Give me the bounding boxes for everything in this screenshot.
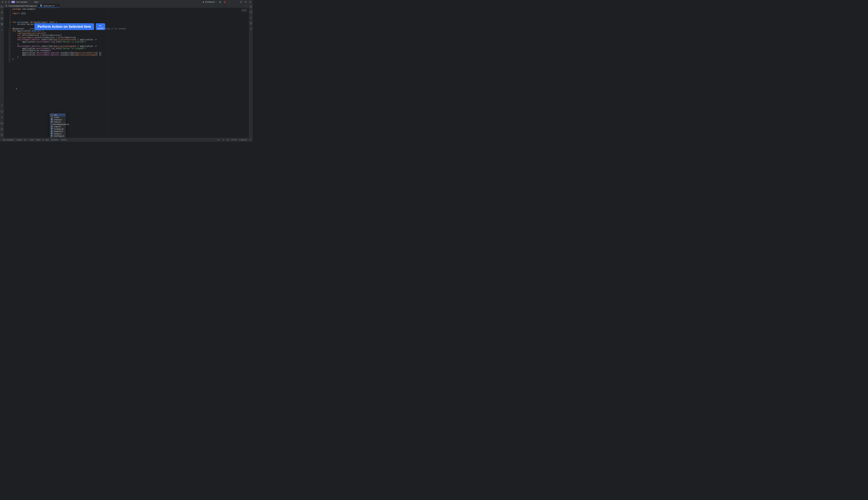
problems-tool-icon[interactable] bbox=[1, 128, 3, 130]
line-gutter: 1234567891011121314151617181920212223242… bbox=[4, 8, 12, 138]
code-line[interactable]: application.environment.monitor.unsubscr… bbox=[12, 54, 249, 56]
folder-icon: ▫ bbox=[28, 139, 29, 141]
text-tool-icon[interactable]: T bbox=[1, 104, 3, 107]
commit-tool-icon[interactable] bbox=[1, 11, 3, 14]
popup-item[interactable]: Index.kt bbox=[50, 121, 66, 123]
svg-point-19 bbox=[1, 134, 2, 135]
folder-icon: ▫ bbox=[1, 139, 2, 141]
settings-icon[interactable] bbox=[249, 1, 251, 3]
popup-item[interactable]: UserPage.kt bbox=[50, 135, 66, 137]
line-separator[interactable]: LF bbox=[227, 139, 229, 141]
svg-rect-4 bbox=[1, 6, 3, 8]
popup-item-label: Delete.kt bbox=[54, 118, 61, 121]
breadcrumb-item[interactable]: main bbox=[30, 139, 34, 141]
left-tool-strip-bottom: T bbox=[0, 104, 4, 138]
code-line[interactable] bbox=[12, 10, 249, 12]
project-badge: KS bbox=[11, 1, 15, 3]
code-line[interactable] bbox=[12, 60, 249, 63]
popup-item[interactable]: Register.kt bbox=[50, 130, 66, 133]
breadcrumb-item[interactable]: kweet bbox=[17, 139, 22, 141]
close-window[interactable] bbox=[1, 1, 3, 3]
more-tool-icon[interactable]: ⋯ bbox=[1, 29, 3, 32]
maximize-window[interactable] bbox=[8, 1, 10, 3]
pull-requests-icon[interactable] bbox=[1, 17, 3, 20]
database-tool-icon[interactable] bbox=[250, 22, 252, 25]
popup-item[interactable]: PostNew.kt bbox=[50, 128, 66, 130]
terminal-tool-icon[interactable] bbox=[1, 122, 3, 125]
minimize-window[interactable] bbox=[5, 1, 7, 3]
breadcrumb-separator-icon: › bbox=[27, 139, 28, 141]
shortcut-platform: macOS bbox=[98, 27, 103, 29]
popup-item[interactable]: KweetApplication.kt bbox=[50, 123, 66, 126]
ai-assistant-icon[interactable] bbox=[250, 11, 252, 13]
popup-item[interactable]: Styles.kt bbox=[50, 133, 66, 135]
structure-tool-icon[interactable] bbox=[1, 23, 3, 26]
line-number: 8 bbox=[4, 23, 11, 25]
chevron-down-icon: ⌄ bbox=[216, 1, 217, 3]
code-line[interactable]: } bbox=[12, 56, 249, 58]
action-banner: Perform Action on Selected Item ↵ macOS bbox=[34, 23, 105, 30]
editor-tab[interactable]: ◉ YoukubeApplicationTestLegacy.kt bbox=[4, 4, 38, 8]
debug-icon[interactable]: 🐞 bbox=[224, 1, 226, 3]
breadcrumb-item[interactable]: kweet bbox=[61, 139, 67, 141]
run-marker-icon[interactable]: ▶ bbox=[9, 21, 10, 23]
svg-rect-13 bbox=[2, 25, 2, 25]
code-line[interactable] bbox=[12, 14, 249, 17]
code-line[interactable]: val articleService = ArticleService() bbox=[12, 34, 249, 36]
project-tool-icon[interactable] bbox=[1, 5, 3, 8]
tabs-more-icon[interactable]: ⋮ bbox=[245, 4, 248, 7]
code-line[interactable]: package com.example bbox=[12, 8, 249, 10]
breadcrumb-item[interactable]: io bbox=[42, 139, 44, 141]
folder-icon bbox=[51, 114, 53, 116]
breadcrumb-item[interactable]: samples bbox=[51, 139, 58, 141]
editor-tab-active[interactable]: Application.kt × bbox=[38, 4, 59, 8]
gradle-tool-icon[interactable] bbox=[250, 16, 252, 19]
file-popup[interactable]: daomodelDelete.ktIndex.ktKweetApplicatio… bbox=[50, 113, 66, 140]
breadcrumb-item[interactable]: ktor bbox=[46, 139, 49, 141]
breadcrumb-item[interactable]: ktor-samples bbox=[3, 139, 13, 141]
code-line[interactable]: } bbox=[12, 58, 249, 60]
readonly-icon[interactable] bbox=[222, 138, 224, 141]
close-tab-icon[interactable]: × bbox=[56, 4, 58, 7]
svg-point-23 bbox=[250, 22, 252, 23]
code-line[interactable]: application.environment.log.info("Server… bbox=[12, 41, 249, 43]
cursor-position[interactable]: 1:1 bbox=[217, 139, 220, 141]
vcs-branch[interactable]: main ⌄ bbox=[33, 1, 41, 3]
popup-item[interactable]: model bbox=[50, 116, 66, 118]
popup-item[interactable]: Login.kt bbox=[50, 126, 66, 128]
user-icon[interactable] bbox=[240, 1, 242, 3]
code-line[interactable]: fun Application.module() { bbox=[12, 30, 249, 32]
encoding[interactable]: UTF-8 bbox=[231, 139, 237, 141]
popup-item[interactable]: Delete.kt bbox=[50, 118, 66, 121]
code-line[interactable]: import ... bbox=[12, 12, 249, 14]
breadcrumb-separator-icon: › bbox=[41, 139, 42, 141]
breadcrumb-item[interactable]: kotlin bbox=[36, 139, 41, 141]
action-banner-text: Perform Action on Selected Item bbox=[37, 25, 91, 29]
line-number: 3 bbox=[4, 12, 11, 14]
run-config-selector[interactable]: ◆ ToolsApp.kt ⌄ bbox=[203, 1, 217, 3]
indent[interactable]: 4 spaces bbox=[239, 139, 247, 141]
close-icon[interactable]: × bbox=[245, 9, 246, 11]
build-tool-icon[interactable] bbox=[1, 116, 3, 119]
more-icon[interactable]: ⋮ bbox=[228, 1, 230, 3]
popup-item[interactable]: dao bbox=[50, 114, 66, 116]
code-line[interactable] bbox=[12, 19, 249, 21]
breadcrumb-item[interactable]: src bbox=[24, 139, 26, 141]
maven-tool-icon[interactable]: m bbox=[250, 27, 252, 30]
project-name[interactable]: ktor-samples bbox=[16, 1, 27, 3]
kotlin-file-icon bbox=[51, 121, 53, 123]
vcs-tool-icon[interactable] bbox=[1, 134, 3, 136]
kotlin-file-icon bbox=[51, 118, 53, 121]
code-line[interactable] bbox=[12, 17, 249, 19]
breadcrumbs[interactable]: ▫ktor-samples›▫kweet›src›▫main›kotlin›io… bbox=[1, 139, 67, 141]
line-number: 20 bbox=[4, 49, 11, 52]
line-number: 1 bbox=[4, 8, 11, 10]
inspection-widget[interactable]: ◇ × bbox=[241, 9, 247, 12]
run-icon[interactable]: ▶ bbox=[219, 1, 221, 3]
search-icon[interactable] bbox=[244, 1, 247, 3]
kotlin-file-icon bbox=[51, 128, 53, 130]
readonly-toggle-icon[interactable] bbox=[249, 138, 251, 141]
chevron-down-icon[interactable]: ⌄ bbox=[29, 1, 31, 3]
notifications-icon[interactable] bbox=[250, 5, 252, 8]
services-tool-icon[interactable] bbox=[1, 110, 3, 113]
